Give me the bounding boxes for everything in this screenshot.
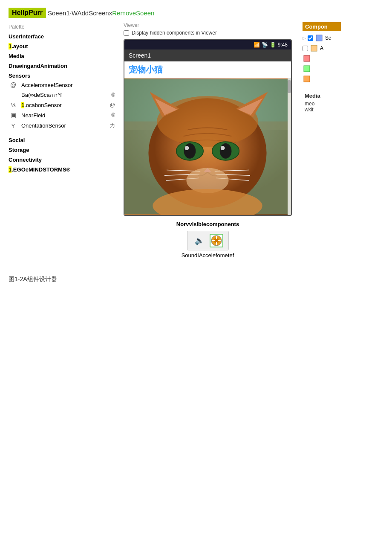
accel-svg: [210, 235, 222, 247]
component-icon-3: [303, 64, 311, 73]
wifi-icon: 📶: [254, 42, 260, 48]
components-header: Compon: [303, 22, 341, 31]
orientation-icon: Y: [9, 122, 18, 129]
right-side: Viewer Display hidden components in View…: [119, 22, 343, 259]
palette-item-orientation[interactable]: Y OnentationSensor 力: [9, 121, 115, 130]
palette-item-barcode[interactable]: Ba(∞deSca∩∩^f ®: [9, 91, 115, 99]
cat-image: [124, 78, 291, 215]
component-item-4: [303, 74, 341, 84]
nearfield-icon: ▣: [9, 112, 18, 119]
palette-item-accelerometer[interactable]: @ AcceleromeefSensor: [9, 81, 115, 89]
nonvisible-label: Norvvisiblecomponents: [124, 221, 292, 227]
header-nav: Sοeen1·WAddScreenxRemoveSοeen: [48, 9, 154, 17]
app-title: 宠物小猫: [124, 61, 291, 78]
palette-category-media[interactable]: Media: [9, 53, 115, 59]
nonvisible-names: SoundIAccelefometef: [124, 252, 292, 259]
app-logo: HellpPurr: [9, 8, 46, 18]
media-label: Media: [305, 93, 339, 99]
viewer-panel: Viewer Display hidden components in View…: [119, 22, 296, 259]
barcode-label: Ba(∞deSca∩∩^f: [21, 92, 108, 98]
display-hidden-label: Display hidden components in Viewer: [132, 30, 217, 36]
palette-panel: Palette UserInterface 1.ayout Media Draw…: [4, 22, 119, 259]
orientation-label: OnentationSensor: [21, 122, 107, 129]
phone-status-bar: 📶 📡 🔋 9:48: [124, 40, 291, 49]
orientation-badge: 力: [110, 122, 115, 129]
svg-rect-34: [304, 55, 310, 61]
media-text-2: wkit: [305, 107, 339, 113]
location-badge: @: [110, 102, 115, 108]
media-panel: Media meo wkit: [303, 93, 341, 113]
signal-icon: 📡: [262, 42, 268, 48]
palette-category-layout[interactable]: 1.ayout: [9, 43, 115, 49]
nearfield-badge: ®: [111, 112, 115, 118]
media-text-1: meo: [305, 101, 339, 107]
component-item-3: [303, 64, 341, 74]
component-checkbox-1[interactable]: [303, 46, 308, 51]
accelerometer-component-icon[interactable]: [210, 234, 223, 247]
palette-item-nearfield[interactable]: ▣ NearField ®: [9, 111, 115, 119]
scroll-thumb: [288, 80, 291, 93]
nearfield-label: NearField: [21, 112, 108, 119]
svg-rect-36: [304, 76, 310, 82]
palette-item-location[interactable]: ⅛ 1.ocabonSensor @: [9, 101, 115, 109]
component-item-2: [303, 53, 341, 64]
location-label: 1.ocabonSensor: [21, 102, 107, 108]
palette-category-sensors[interactable]: Sensors: [9, 73, 115, 79]
display-hidden-row: Display hidden components in Viewer: [124, 30, 292, 36]
accelerometer-label: AcceleromeefSensor: [21, 82, 115, 88]
components-panel: Compon ▷ Sc A: [300, 22, 343, 259]
svg-rect-32: [316, 35, 322, 41]
component-label-1: A: [320, 45, 323, 51]
phone-content: 宠物小猫: [124, 61, 291, 215]
sound-icon[interactable]: 🔈: [193, 234, 206, 247]
svg-rect-35: [304, 66, 310, 72]
viewer-label: Viewer: [124, 22, 292, 28]
nonvisible-icons: 🔈: [187, 231, 229, 250]
remove-screen-link[interactable]: RemoveSοeen: [112, 9, 154, 17]
svg-point-11: [184, 143, 196, 159]
phone-title-bar: Screen1: [124, 49, 291, 61]
component-icon-2: [303, 54, 311, 63]
component-icon-4: [303, 75, 311, 83]
battery-icon: 🔋: [270, 42, 276, 48]
palette-category-drawing[interactable]: DrawingandAnimation: [9, 63, 115, 69]
footer-caption: 图1-2A组件设计器: [9, 276, 383, 283]
component-item-1: A: [303, 43, 341, 53]
component-icon-0: [315, 34, 323, 42]
palette-category-lego[interactable]: 1.EGOeMINDSTORMS®: [9, 166, 115, 173]
location-icon: ⅛: [9, 102, 18, 108]
nonvisible-section: Norvvisiblecomponents 🔈: [124, 221, 292, 259]
status-icons: 📶 📡 🔋 9:48: [254, 42, 288, 48]
svg-point-12: [220, 143, 232, 159]
svg-point-13: [185, 146, 189, 150]
scroll-bar[interactable]: [288, 78, 291, 215]
component-icon-1: [310, 44, 318, 52]
svg-rect-33: [311, 45, 317, 51]
barcode-badge: ®: [111, 92, 115, 98]
right-side-inner: Viewer Display hidden components in View…: [119, 22, 343, 259]
cat-svg: [124, 78, 291, 215]
palette-category-connectivity[interactable]: Connectivity: [9, 157, 115, 163]
header: HellpPurr Sοeen1·WAddScreenxRemoveSοeen: [0, 0, 392, 22]
display-hidden-checkbox[interactable]: [124, 30, 129, 36]
palette-category-storage[interactable]: Storage: [9, 147, 115, 153]
component-label-0: Sc: [325, 35, 331, 41]
expand-arrow: ▷: [303, 36, 306, 41]
component-item-0: ▷ Sc: [303, 33, 341, 43]
screen-title: Screen1: [129, 52, 151, 59]
time-display: 9:48: [278, 42, 288, 48]
svg-point-4: [157, 96, 258, 147]
accelerometer-icon: @: [9, 81, 18, 88]
svg-point-14: [221, 146, 225, 150]
palette-category-userinterface[interactable]: UserInterface: [9, 33, 115, 40]
palette-header: Palette: [9, 24, 115, 30]
main-layout: Palette UserInterface 1.ayout Media Draw…: [0, 22, 392, 259]
phone-mockup: 📶 📡 🔋 9:48 Screen1 宠物小猫: [124, 39, 292, 216]
component-checkbox-0[interactable]: [308, 35, 313, 41]
palette-category-social[interactable]: Social: [9, 137, 115, 143]
